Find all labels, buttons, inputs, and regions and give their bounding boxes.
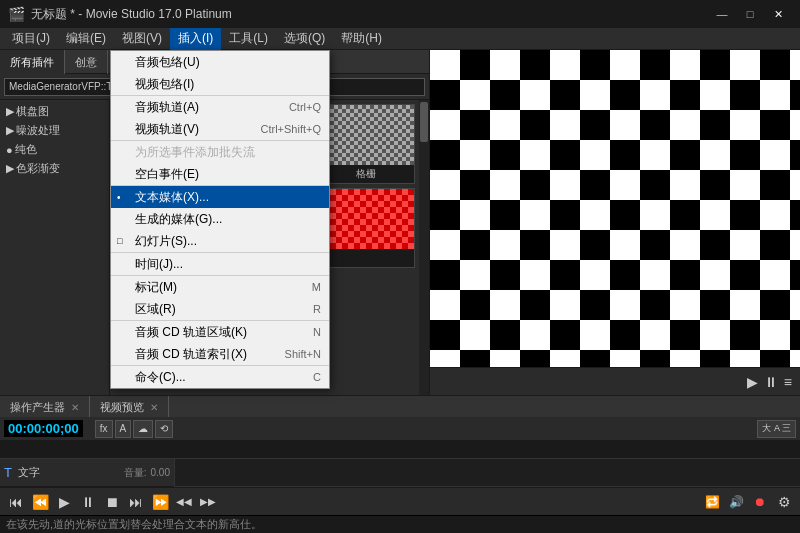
status-text: 在该先动,道的光标位置划替会处理合文本的新高仕。 <box>6 517 262 532</box>
tree-item-gradient[interactable]: ▶ 色彩渐变 <box>2 159 107 178</box>
menu-options[interactable]: 选项(Q) <box>276 28 333 50</box>
menu-time[interactable]: 时间(J)... <box>111 253 329 275</box>
bottom-tabs-bar: 操作产生器 ✕ 视频预览 ✕ <box>0 395 800 417</box>
play-button[interactable]: ▶ <box>54 494 74 510</box>
transport-bar: ⏮ ⏪ ▶ ⏸ ⏹ ⏭ ⏩ ◀◀ ▶▶ 🔁 🔊 ⏺ ⚙ <box>0 487 800 515</box>
menu-generated-media[interactable]: 生成的媒体(G)... <box>111 208 329 230</box>
tree-item-noise[interactable]: ▶ 噪波处理 <box>2 121 107 140</box>
menu-text-media-icon: • <box>117 192 121 203</box>
tree-item-checkerboard[interactable]: ▶ 棋盘图 <box>2 102 107 121</box>
preview-area <box>430 50 800 367</box>
fast-forward-button[interactable]: ⏩ <box>150 494 170 510</box>
menu-section-5: 时间(J)... <box>111 253 329 276</box>
menu-section-1: 音频包络(U) 视频包络(I) <box>111 51 329 96</box>
undo-button[interactable]: ⟲ <box>155 420 173 438</box>
menu-text-media[interactable]: • 文本媒体(X)... <box>111 186 329 208</box>
menu-cd-region[interactable]: 音频 CD 轨道区域(K) N <box>111 321 329 343</box>
bottom-section: 操作产生器 ✕ 视频预览 ✕ 00:00:00;00 fx A ☁ ⟲ 大 A … <box>0 395 800 533</box>
tree-item-label: 纯色 <box>15 142 37 157</box>
go-start-button[interactable]: ⏮ <box>6 494 26 510</box>
menu-tools[interactable]: 工具(L) <box>221 28 276 50</box>
snap-button[interactable]: 大 A 三 <box>757 420 796 438</box>
win-controls: — □ ✕ <box>708 4 792 24</box>
close-tab-operations[interactable]: ✕ <box>71 402 79 413</box>
menu-audio-track[interactable]: 音频轨道(A) Ctrl+Q <box>111 96 329 118</box>
timeline-toolbar: 00:00:00;00 fx A ☁ ⟲ 大 A 三 <box>0 417 800 441</box>
rewind-button[interactable]: ⏪ <box>30 494 50 510</box>
shortcut-cd-region: N <box>313 326 321 338</box>
prev-frame-button[interactable]: ◀◀ <box>174 496 194 507</box>
app-icon: 🎬 <box>8 6 25 22</box>
bullet-icon: ● <box>6 144 13 156</box>
arrow-icon: ▶ <box>6 162 14 175</box>
slideshow-icon: □ <box>117 236 122 246</box>
menu-add-fade: 为所选事件添加批失流 <box>111 141 329 163</box>
loop-button[interactable]: 🔁 <box>702 495 722 509</box>
menu-slideshow[interactable]: □ 幻灯片(S)... <box>111 230 329 252</box>
media-label-3: 格栅 <box>356 165 376 183</box>
menu-audio-envelope[interactable]: 音频包络(U) <box>111 51 329 73</box>
mute-button[interactable]: 🔊 <box>726 495 746 509</box>
go-end-button[interactable]: ⏭ <box>126 494 146 510</box>
arrow-icon: ▶ <box>6 124 14 137</box>
record-button[interactable]: ⏺ <box>750 495 770 509</box>
insert-menu: 音频包络(U) 视频包络(I) 音频轨道(A) Ctrl+Q 视频轨道(V) C… <box>110 50 330 389</box>
arrow-icon: ▶ <box>6 105 14 118</box>
a-button[interactable]: A <box>115 420 132 438</box>
statusbar: 在该先动,道的光标位置划替会处理合文本的新高仕。 <box>0 515 800 533</box>
maximize-button[interactable]: □ <box>736 4 764 24</box>
menu-section-4: • 文本媒体(X)... 生成的媒体(G)... □ 幻灯片(S)... <box>111 186 329 253</box>
media-cell-3[interactable]: 格栅 <box>317 104 415 184</box>
tree-item-label: 噪波处理 <box>16 123 60 138</box>
pause-button[interactable]: ⏸ <box>78 494 98 510</box>
preview-checkerboard <box>430 50 800 367</box>
settings-button[interactable]: ⚙ <box>774 494 794 510</box>
fx-button[interactable]: fx <box>95 420 113 438</box>
shortcut-command: C <box>313 371 321 383</box>
menu-file[interactable]: 项目(J) <box>4 28 58 50</box>
tab-creative[interactable]: 创意 <box>65 50 108 74</box>
menu-blank-event[interactable]: 空白事件(E) <box>111 163 329 185</box>
timeline: 00:00:00;00 fx A ☁ ⟲ 大 A 三 00:00:00;00 0… <box>0 417 800 515</box>
menu-insert[interactable]: 插入(I) <box>170 28 221 50</box>
shortcut-marker: M <box>312 281 321 293</box>
track-content[interactable] <box>175 459 800 487</box>
track-header-text: T 文字 音量: 0.00 <box>0 459 174 487</box>
menu-edit[interactable]: 编辑(E) <box>58 28 114 50</box>
track-icon: T <box>4 465 12 480</box>
menu-video-envelope[interactable]: 视频包络(I) <box>111 73 329 95</box>
pause-icon[interactable]: ⏸ <box>764 374 778 390</box>
play-icon[interactable]: ▶ <box>747 374 758 390</box>
menu-command[interactable]: 命令(C)... C <box>111 366 329 388</box>
menu-icon[interactable]: ≡ <box>784 374 792 390</box>
menubar: 项目(J) 编辑(E) 视图(V) 插入(I) 工具(L) 选项(Q) 帮助(H… <box>0 28 800 50</box>
timeline-ruler: 00:00:00;00 00:00:15;00 00:00:29;29 00:0… <box>0 441 800 459</box>
media-cell-col1[interactable] <box>317 188 415 268</box>
stop-button[interactable]: ⏹ <box>102 494 122 510</box>
volume-label: 音量: <box>124 466 147 480</box>
menu-view[interactable]: 视图(V) <box>114 28 170 50</box>
tree-item-label: 色彩渐变 <box>16 161 60 176</box>
menu-section-3: 为所选事件添加批失流 空白事件(E) <box>111 141 329 186</box>
track-headers: T 文字 音量: 0.00 <box>0 459 175 487</box>
tab-all-plugins[interactable]: 所有插件 <box>0 50 65 74</box>
next-frame-button[interactable]: ▶▶ <box>198 496 218 507</box>
close-tab-preview[interactable]: ✕ <box>150 402 158 413</box>
close-button[interactable]: ✕ <box>764 4 792 24</box>
shortcut-cd-index: Shift+N <box>285 348 321 360</box>
tab-video-preview[interactable]: 视频预览 ✕ <box>90 396 169 418</box>
titlebar: 🎬 无标题 * - Movie Studio 17.0 Platinum — □… <box>0 0 800 28</box>
menu-video-track[interactable]: 视频轨道(V) Ctrl+Shift+Q <box>111 118 329 140</box>
preview-toolbar: ▶ ⏸ ≡ <box>430 367 800 395</box>
tree-item-solid[interactable]: ● 纯色 <box>2 140 107 159</box>
menu-marker[interactable]: 标记(M) M <box>111 276 329 298</box>
track-label: 文字 <box>18 465 40 480</box>
tab-operations[interactable]: 操作产生器 ✕ <box>0 396 90 418</box>
title-text: 无标题 * - Movie Studio 17.0 Platinum <box>31 6 232 23</box>
menu-help[interactable]: 帮助(H) <box>333 28 390 50</box>
minimize-button[interactable]: — <box>708 4 736 24</box>
menu-cd-index[interactable]: 音频 CD 轨道索引(X) Shift+N <box>111 343 329 365</box>
menu-region[interactable]: 区域(R) R <box>111 298 329 320</box>
cloud-button[interactable]: ☁ <box>133 420 153 438</box>
scroll-bar[interactable] <box>419 100 429 395</box>
